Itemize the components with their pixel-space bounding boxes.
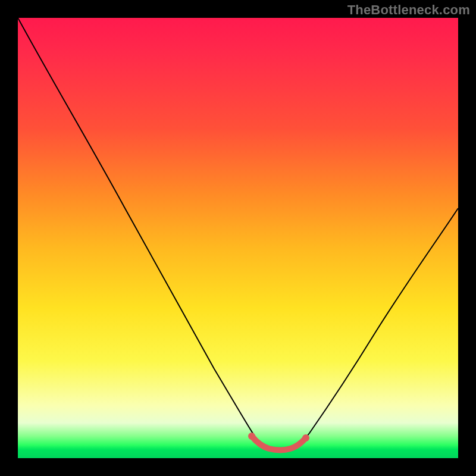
chart-plot-area [18,18,458,458]
valley-right-dot-icon [302,434,309,441]
valley-left-dot-icon [248,433,255,440]
valley-highlight-path [252,436,306,450]
bottleneck-curve-svg [18,18,458,458]
bottleneck-curve-path [18,18,458,451]
outer-frame: TheBottleneck.com [0,0,476,476]
watermark-text: TheBottleneck.com [347,2,470,18]
